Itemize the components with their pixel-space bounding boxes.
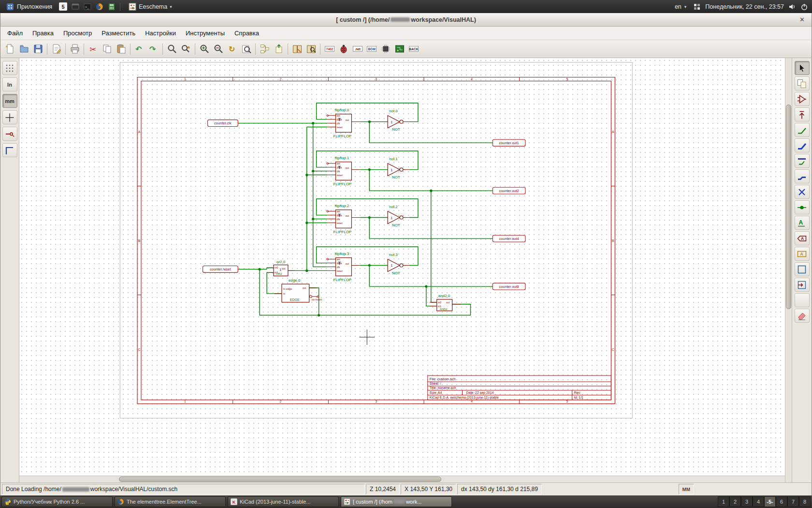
place-hierarchical-label-button[interactable]: A — [795, 247, 810, 261]
workspace-1[interactable]: 1 — [718, 496, 729, 507]
power-icon[interactable] — [800, 3, 808, 11]
task-python[interactable]: Python/Учебник Python 2.6 ... — [1, 496, 113, 507]
hierarchy-navigator-button[interactable] — [258, 42, 272, 56]
hierarchy-nav-tool-button[interactable] — [795, 76, 810, 90]
place-junction-button[interactable] — [795, 200, 810, 214]
wire[interactable] — [317, 199, 418, 218]
schematic-canvas[interactable]: 1122334455AABBCCFile: custom.schSheet: /… — [19, 58, 785, 476]
workspace-6[interactable]: 6 — [776, 496, 787, 507]
redo-button[interactable]: ↷ — [146, 42, 160, 56]
bom-button[interactable]: BOM — [364, 42, 378, 56]
workspace-3[interactable]: 3 — [741, 496, 753, 507]
keyboard-layout-indicator[interactable]: en ▾ — [672, 2, 689, 11]
vertical-scrollbar[interactable] — [785, 58, 792, 482]
calculator-launcher-icon[interactable] — [108, 3, 116, 11]
component-flipflop.2[interactable]: flipflop.2FLIPFLOPTsetdataclkresetout — [328, 204, 360, 234]
place-component-button[interactable] — [795, 92, 810, 106]
place-wire-button[interactable] — [795, 123, 810, 137]
net-label-counter-reset[interactable]: counter.reset — [203, 266, 238, 273]
zoom-redraw-button[interactable]: ↻ — [225, 42, 239, 56]
print-button[interactable] — [68, 42, 82, 56]
terminal-launcher-icon[interactable] — [72, 3, 79, 11]
undo-button[interactable]: ↶ — [132, 42, 146, 56]
place-net-label-button[interactable]: A — [795, 216, 810, 230]
netlist-button[interactable]: .net — [350, 42, 364, 56]
vertical-scrollbar-thumb[interactable] — [786, 105, 791, 309]
place-hierarchical-sheet-button[interactable] — [795, 262, 810, 276]
find-replace-button[interactable]: a — [179, 42, 193, 56]
component-not.2[interactable]: not.21NOT — [388, 205, 409, 228]
net-label-counter-out2[interactable]: counter.out2 — [493, 187, 525, 194]
volume-icon[interactable] — [788, 3, 796, 11]
workspace-grid-icon[interactable] — [693, 3, 701, 11]
component-not.1[interactable]: not.11NOT — [388, 157, 409, 180]
back-annotate-button[interactable]: BACK — [406, 42, 420, 56]
terminal2-launcher-icon[interactable]: >_ — [84, 3, 91, 11]
wire[interactable] — [431, 191, 437, 302]
task-eeschema[interactable]: [ custom /] (/homwork... — [341, 496, 452, 507]
component-or2.0[interactable]: or2.01OR2in0in1out — [267, 260, 295, 276]
wire[interactable] — [317, 103, 418, 122]
clock[interactable]: Понедельник, 22 сен., 23:57 — [705, 3, 784, 10]
find-button[interactable] — [165, 42, 179, 56]
zoom-out-button[interactable] — [211, 42, 225, 56]
library-editor-button[interactable] — [290, 42, 304, 56]
menu-tools[interactable]: Инструменты — [181, 28, 230, 39]
wire[interactable] — [317, 247, 418, 266]
show-hidden-pins-button[interactable] — [2, 127, 17, 141]
leave-sheet-button[interactable] — [272, 42, 286, 56]
toggle-grid-button[interactable] — [2, 61, 17, 75]
copy-button[interactable] — [100, 42, 114, 56]
wire-to-bus-entry-button[interactable] — [795, 154, 810, 168]
window-close-button[interactable]: ✕ — [798, 15, 807, 24]
annotate-button[interactable]: 7402 — [322, 42, 336, 56]
page-settings-button[interactable] — [49, 42, 63, 56]
new-schematic-button[interactable]: * — [3, 42, 17, 56]
component-not.3[interactable]: not.31NOT — [388, 253, 409, 276]
launcher-5[interactable]: 5 — [59, 2, 67, 11]
select-tool-button[interactable] — [795, 61, 810, 75]
horizontal-scrollbar[interactable] — [19, 476, 785, 482]
menu-preferences[interactable]: Настройки — [140, 28, 181, 39]
task-firefox[interactable]: The elementtree.ElementTree... — [115, 496, 226, 507]
units-mm-button[interactable]: mm — [2, 94, 17, 108]
place-text-button[interactable] — [795, 293, 810, 307]
net-label-counter-out4[interactable]: counter.out4 — [493, 235, 525, 242]
menu-help[interactable]: Справка — [230, 28, 264, 39]
active-app-button[interactable]: Eeschema ▾ — [125, 2, 176, 12]
paste-button[interactable] — [114, 42, 128, 56]
menu-view[interactable]: Просмотр — [58, 28, 97, 39]
place-global-label-button[interactable]: A — [795, 231, 810, 245]
place-no-connect-button[interactable] — [795, 185, 810, 199]
cvpcb-button[interactable] — [378, 42, 392, 56]
net-label-counter-out8[interactable]: counter.out8 — [493, 283, 525, 290]
window-titlebar[interactable]: [ custom /] (/home/workspace/VisualHAL) … — [0, 13, 812, 27]
workspace-2[interactable]: 2 — [729, 496, 741, 507]
component-not.0[interactable]: not.01NOT — [388, 109, 409, 132]
wire[interactable] — [426, 286, 437, 306]
wire[interactable] — [309, 288, 319, 315]
units-inches-button[interactable]: In — [2, 77, 17, 91]
net-label-counter-clk[interactable]: counter.clk — [208, 120, 238, 127]
workspace-8[interactable]: 8 — [799, 496, 811, 507]
firefox-launcher-icon[interactable] — [96, 3, 103, 11]
delete-item-button[interactable] — [795, 309, 810, 323]
menu-place[interactable]: Разместить — [97, 28, 140, 39]
component-and2.0[interactable]: and2.0in0in1outAND2 — [430, 294, 461, 311]
import-sheet-pin-button[interactable] — [795, 278, 810, 292]
cursor-shape-button[interactable] — [2, 110, 17, 124]
component-flipflop.3[interactable]: flipflop.3FLIPFLOPTsetdataclkresetout — [328, 252, 360, 282]
cut-button[interactable]: ✂ — [86, 42, 100, 56]
horizontal-scrollbar-thumb[interactable] — [119, 477, 441, 482]
pcbnew-button[interactable] — [392, 42, 406, 56]
menu-edit[interactable]: Правка — [28, 28, 58, 39]
applications-menu[interactable]: Приложения — [4, 2, 55, 12]
open-schematic-button[interactable] — [17, 42, 31, 56]
component-flipflop.1[interactable]: flipflop.1FLIPFLOPTsetdataclkresetout — [328, 156, 360, 186]
workspace-5[interactable]: -5- — [764, 496, 776, 507]
task-kicad[interactable]: KKiCad (2013-june-11)-stable... — [228, 496, 339, 507]
component-edge.0[interactable]: edge.0EDGEinin-edgeoutno-invert — [275, 278, 322, 302]
menu-file[interactable]: Файл — [2, 28, 28, 39]
zoom-in-button[interactable] — [197, 42, 211, 56]
workspace-4[interactable]: 4 — [753, 496, 764, 507]
